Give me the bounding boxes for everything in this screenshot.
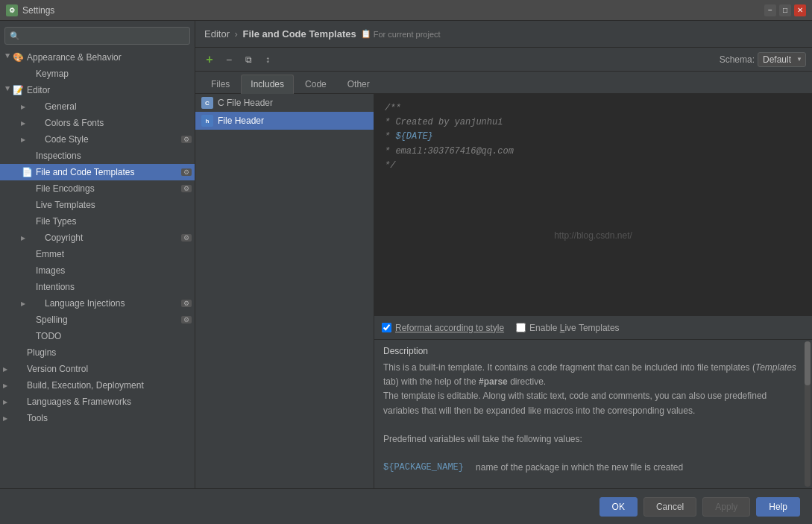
cancel-button[interactable]: Cancel: [643, 497, 696, 517]
search-box[interactable]: 🔍: [4, 27, 190, 45]
reformat-label: Reformat according to style: [395, 323, 504, 333]
maximize-button[interactable]: □: [779, 4, 791, 16]
tree-item-label: Code Style: [45, 134, 181, 145]
remove-button[interactable]: −: [221, 51, 237, 68]
code-editor-panel: /** * Created by yanjunhui * ${DATE} * e…: [374, 94, 812, 339]
tree-item-label: Intentions: [36, 282, 192, 292]
sidebar-item-plugins[interactable]: Plugins: [0, 344, 195, 361]
live-templates-label: Enable Live Templates: [529, 323, 620, 333]
tree-item-icon: [21, 281, 33, 293]
tree-item-label: Language Injections: [45, 298, 181, 309]
add-button[interactable]: +: [201, 51, 218, 68]
tree-item-icon: 🎨: [12, 51, 24, 63]
sidebar-item-live-templates[interactable]: Live Templates: [0, 197, 195, 213]
split-content: CC File HeaderhFile Header /** * Created…: [195, 94, 812, 488]
template-toolbar: + − ⧉ ↕ Schema: Default Project: [195, 48, 812, 72]
file-item-c-file-header[interactable]: CC File Header: [195, 94, 374, 112]
tree-item-icon: [12, 363, 24, 375]
c-file-icon: C: [201, 97, 213, 109]
sidebar-item-copyright[interactable]: ▶Copyright⚙: [0, 230, 195, 246]
settings-sidebar: 🔍 ▶🎨Appearance & Behavior Keymap▶📝Editor…: [0, 21, 195, 488]
description-panel: Description This is a built-in template.…: [374, 339, 812, 488]
tree-arrow: ▶: [3, 382, 12, 389]
sidebar-item-languages-frameworks[interactable]: ▶Languages & Frameworks: [0, 394, 195, 410]
sidebar-item-emmet[interactable]: Emmet: [0, 246, 195, 262]
live-templates-option[interactable]: Enable Live Templates: [516, 323, 620, 333]
sidebar-item-keymap[interactable]: Keymap: [0, 66, 195, 82]
tree-item-label: Spelling: [36, 315, 181, 325]
sidebar-item-spelling[interactable]: Spelling⚙: [0, 312, 195, 328]
tree-item-label: File and Code Templates: [36, 167, 181, 177]
sidebar-item-colors-fonts[interactable]: ▶Colors & Fonts: [0, 115, 195, 131]
tree-item-icon: [21, 330, 33, 342]
sidebar-item-images[interactable]: Images: [0, 262, 195, 279]
title-bar: ⚙ Settings − □ ✕: [0, 0, 812, 21]
tree-item-label: File Types: [36, 216, 192, 227]
sidebar-item-intentions[interactable]: Intentions: [0, 279, 195, 295]
app-icon: ⚙: [6, 4, 18, 16]
sidebar-item-todo[interactable]: TODO: [0, 328, 195, 344]
search-icon: 🔍: [10, 31, 20, 41]
content-header: Editor › File and Code Templates 📋 For c…: [195, 21, 812, 48]
tab-other[interactable]: Other: [338, 74, 380, 93]
tree-item-icon: [21, 68, 33, 80]
code-line: * ${DATE}: [385, 130, 802, 144]
search-input[interactable]: [23, 31, 185, 41]
tree-item-badge: ⚙: [181, 234, 192, 242]
ok-button[interactable]: OK: [599, 497, 638, 517]
tree-item-label: Colors & Fonts: [45, 118, 192, 128]
tab-code[interactable]: Code: [295, 74, 336, 93]
code-line: */: [385, 159, 802, 173]
tree-arrow: ▶: [3, 366, 12, 373]
reformat-checkbox[interactable]: [382, 323, 391, 332]
tree-item-icon: [30, 101, 42, 113]
sidebar-item-build-execution[interactable]: ▶Build, Execution, Deployment: [0, 377, 195, 394]
sidebar-item-tools[interactable]: ▶Tools: [0, 410, 195, 426]
sidebar-item-code-style[interactable]: ▶Code Style⚙: [0, 131, 195, 148]
tab-files[interactable]: Files: [201, 74, 239, 93]
breadcrumb-separator: ›: [235, 28, 241, 40]
tree-item-label: General: [45, 101, 192, 112]
file-item-file-header[interactable]: hFile Header: [195, 112, 374, 130]
help-button[interactable]: Help: [756, 497, 800, 517]
tree-arrow: ▶: [21, 120, 30, 127]
minimize-button[interactable]: −: [764, 4, 776, 16]
description-scrollbar[interactable]: [805, 341, 811, 487]
sidebar-item-version-control[interactable]: ▶Version Control: [0, 361, 195, 377]
tree-item-icon: [21, 183, 33, 195]
sidebar-item-editor[interactable]: ▶📝Editor: [0, 82, 195, 98]
description-title: Description: [383, 346, 803, 356]
sidebar-item-inspections[interactable]: Inspections: [0, 148, 195, 164]
sidebar-item-file-code-templates[interactable]: 📄File and Code Templates⚙: [0, 164, 195, 180]
schema-label: Schema:: [720, 54, 755, 65]
sidebar-item-language-injections[interactable]: ▶Language Injections⚙: [0, 295, 195, 312]
tree-item-icon: [30, 297, 42, 309]
tree-item-label: File Encodings: [36, 183, 181, 194]
sidebar-item-appearance[interactable]: ▶🎨Appearance & Behavior: [0, 49, 195, 66]
tab-includes[interactable]: Includes: [241, 75, 294, 94]
tree-item-icon: [12, 412, 24, 424]
close-button[interactable]: ✕: [794, 4, 806, 16]
tree-item-label: Plugins: [27, 347, 192, 358]
tree-arrow: ▶: [21, 104, 30, 110]
copy-button[interactable]: ⧉: [240, 51, 256, 68]
schema-select[interactable]: Default Project: [758, 52, 806, 67]
tree-item-badge: ⚙: [181, 185, 192, 192]
tree-item-icon: [21, 199, 33, 211]
tree-item-label: Tools: [27, 413, 192, 423]
sidebar-item-general[interactable]: ▶General: [0, 98, 195, 115]
live-templates-checkbox[interactable]: [516, 323, 526, 332]
move-button[interactable]: ↕: [259, 51, 276, 68]
tree-arrow: ▶: [4, 53, 11, 62]
tree-item-label: TODO: [36, 331, 192, 341]
bottom-bar: OK Cancel Apply Help: [0, 488, 812, 524]
sidebar-item-file-encodings[interactable]: File Encodings⚙: [0, 180, 195, 197]
tree-arrow: ▶: [21, 300, 30, 307]
tree-item-icon: [21, 150, 33, 162]
apply-button[interactable]: Apply: [702, 497, 750, 517]
sidebar-item-file-types[interactable]: File Types: [0, 213, 195, 230]
tree-arrow: ▶: [3, 415, 12, 422]
code-area[interactable]: /** * Created by yanjunhui * ${DATE} * e…: [374, 94, 812, 315]
tree-item-label: Live Templates: [36, 200, 192, 210]
reformat-option[interactable]: Reformat according to style: [382, 323, 504, 333]
